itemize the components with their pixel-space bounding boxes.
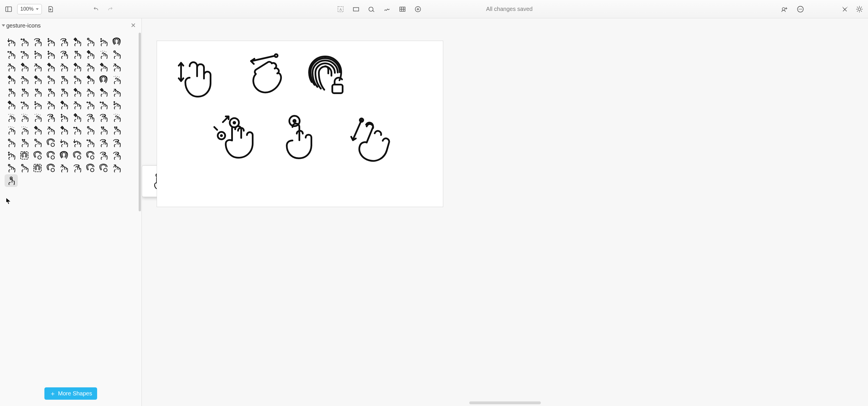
shape-one-vert-arrows[interactable] [5, 149, 18, 162]
shape-swipe-curve-1[interactable] [57, 35, 70, 48]
canvas-shape-tap[interactable] [280, 114, 313, 160]
shape-three-up-5[interactable] [57, 86, 70, 98]
shape-hand-lr-1[interactable] [18, 98, 31, 111]
shape-three-hand-4[interactable] [110, 86, 123, 98]
shape-tap-dot-1[interactable] [84, 35, 97, 48]
more-shapes-button[interactable]: ＋ More Shapes [44, 387, 97, 400]
shape-direction-9[interactable] [110, 61, 123, 74]
share-button[interactable] [779, 4, 789, 14]
shape-three-finger-1[interactable] [5, 74, 18, 86]
shape-three-finger-tap[interactable] [70, 74, 84, 86]
shapes-panel-header[interactable]: gesture-icons ✕ [0, 18, 142, 33]
canvas-shape-swipe-left[interactable] [243, 53, 286, 98]
shape-two-finger-left-right-1[interactable] [18, 48, 31, 61]
shape-three-finger-3[interactable] [31, 74, 44, 86]
shape-move-all-1[interactable] [70, 35, 84, 48]
shape-pinch-1[interactable] [31, 111, 44, 124]
shape-two-finger-updown-1[interactable] [44, 48, 57, 61]
text-tool-button[interactable]: A [336, 4, 346, 14]
shape-hand-lr-3[interactable] [97, 98, 110, 111]
shape-four-up-2[interactable] [110, 124, 123, 137]
shape-multi-move-1[interactable] [70, 111, 84, 124]
add-page-button[interactable] [45, 4, 56, 14]
undo-button[interactable] [91, 4, 101, 14]
shape-fingerprint-lock[interactable] [70, 149, 84, 162]
close-panel-button[interactable]: ✕ [128, 21, 138, 30]
canvas-horizontal-scrollbar[interactable] [469, 401, 541, 404]
shape-four-tap-1[interactable] [84, 124, 97, 137]
shape-pinch-in-1[interactable] [110, 111, 123, 124]
shape-one-diag-2[interactable] [110, 137, 123, 149]
shape-hand-v-1[interactable] [31, 98, 44, 111]
shape-fingerprint-lock-2[interactable] [84, 149, 97, 162]
shape-hand-dir-3[interactable] [57, 98, 70, 111]
table-tool-button[interactable] [397, 4, 408, 14]
shape-hand-dir-4[interactable] [70, 98, 84, 111]
shape-direction-1[interactable] [5, 61, 18, 74]
magic-tools-button[interactable] [840, 4, 850, 14]
shape-tap-radiate[interactable] [18, 162, 31, 174]
shape-direction-8[interactable] [97, 61, 110, 74]
theme-toggle-button[interactable] [854, 4, 865, 14]
shape-scroll-vert-1[interactable] [97, 35, 110, 48]
shape-one-lr-1[interactable] [84, 137, 97, 149]
shape-two-diag-cross[interactable] [97, 149, 110, 162]
freehand-tool-button[interactable] [382, 4, 392, 14]
shape-fingerprint-plain[interactable] [57, 149, 70, 162]
shape-two-finger-left-1[interactable] [5, 48, 18, 61]
shape-two-vert-1[interactable] [57, 111, 70, 124]
canvas-workspace[interactable] [142, 18, 868, 406]
shape-four-finger-1[interactable] [31, 124, 44, 137]
shape-fingerprint-2[interactable] [97, 74, 110, 86]
shape-fingerprint-1[interactable] [110, 35, 123, 48]
shape-fingerprint-add[interactable] [31, 149, 44, 162]
shape-fingerprint-scan-2[interactable] [31, 162, 44, 174]
shape-three-finger-up[interactable] [57, 74, 70, 86]
shape-four-up-1[interactable] [97, 124, 110, 137]
more-menu-button[interactable] [795, 4, 806, 14]
shape-two-swirl[interactable] [110, 149, 123, 162]
shape-four-finger-3[interactable] [57, 124, 70, 137]
shape-four-up-3[interactable] [18, 137, 31, 149]
shape-one-finger-down[interactable] [57, 137, 70, 149]
shape-one-finger-down-2[interactable] [70, 137, 84, 149]
shape-five-finger-1[interactable] [5, 111, 18, 124]
shape-five-finger-2[interactable] [18, 111, 31, 124]
shape-two-finger-tap-dots[interactable] [110, 48, 123, 61]
shape-three-finger-2[interactable] [18, 74, 31, 86]
shape-four-finger-2[interactable] [44, 124, 57, 137]
canvas-shape-two-finger-scroll[interactable] [175, 58, 213, 99]
shape-fingerprint-error[interactable] [44, 137, 57, 149]
shape-two-finger-v-1[interactable] [31, 48, 44, 61]
shape-fingerprint-check[interactable] [97, 162, 110, 174]
shape-direction-6[interactable] [70, 61, 84, 74]
rectangle-tool-button[interactable] [351, 4, 361, 14]
shape-three-hand-2[interactable] [84, 86, 97, 98]
shape-three-up-2[interactable] [18, 86, 31, 98]
shape-direction-5[interactable] [57, 61, 70, 74]
shape-fingerprint-search[interactable] [44, 162, 57, 174]
shape-three-hand-1[interactable] [70, 86, 84, 98]
shape-hand-lr-2[interactable] [84, 98, 97, 111]
shape-direction-7[interactable] [84, 61, 97, 74]
shape-two-finger-move-all[interactable] [84, 48, 97, 61]
shape-press-hold[interactable] [5, 174, 18, 187]
shape-two-finger-up-arrows[interactable] [70, 48, 84, 61]
shape-three-finger-spread[interactable] [110, 74, 123, 86]
shape-four-tap-2[interactable] [31, 137, 44, 149]
shape-direction-3[interactable] [31, 61, 44, 74]
shape-direction-4[interactable] [44, 61, 57, 74]
shape-direction-2[interactable] [18, 61, 31, 74]
redo-button[interactable] [105, 4, 115, 14]
ellipse-tool-button[interactable] [366, 4, 377, 14]
shape-three-up-1[interactable] [5, 86, 18, 98]
insert-more-button[interactable] [413, 4, 423, 14]
canvas-shape-swipe-down-left[interactable] [349, 116, 393, 162]
shape-swipe-diag-1[interactable] [31, 35, 44, 48]
shape-three-up-4[interactable] [44, 86, 57, 98]
shape-hand-rotate[interactable] [70, 162, 84, 174]
canvas-shape-fingerprint-unlock[interactable] [306, 55, 345, 98]
shape-four-swirl-1[interactable] [84, 111, 97, 124]
shape-three-up-3[interactable] [31, 86, 44, 98]
shape-three-finger-dot[interactable] [44, 74, 57, 86]
